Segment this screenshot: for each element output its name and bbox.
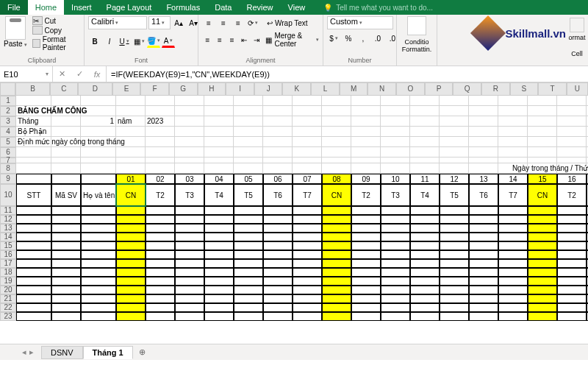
cell-d04-r17[interactable] bbox=[204, 259, 234, 268]
cell-hoten-r20[interactable] bbox=[81, 286, 116, 294]
cell-d12-r16[interactable] bbox=[440, 250, 469, 259]
cell-d15-r17[interactable] bbox=[528, 259, 557, 268]
cell-d07-r17[interactable] bbox=[293, 259, 322, 268]
cell-masv-r12[interactable] bbox=[51, 215, 81, 224]
col-header-F[interactable]: F bbox=[140, 82, 169, 96]
cell-d10-r13[interactable] bbox=[381, 224, 410, 233]
cell-masv-r21[interactable] bbox=[51, 294, 81, 303]
cell[interactable] bbox=[234, 163, 263, 174]
cell-d15-r19[interactable] bbox=[528, 277, 557, 286]
cell[interactable] bbox=[175, 96, 204, 106]
row-header-13[interactable]: 13 bbox=[0, 224, 16, 233]
col-header-R[interactable]: R bbox=[481, 82, 510, 96]
cell-d07-r22[interactable] bbox=[293, 303, 322, 312]
cell-d10-r12[interactable] bbox=[381, 215, 410, 224]
cell-d06-r16[interactable] bbox=[263, 250, 293, 259]
cell[interactable] bbox=[81, 127, 116, 137]
cell-d16-r18[interactable] bbox=[557, 268, 587, 277]
cell-hoten-r16[interactable] bbox=[81, 250, 116, 259]
borders-button[interactable]: ▦ bbox=[132, 35, 146, 48]
font-color-button[interactable]: A bbox=[162, 35, 175, 48]
cell-d08-r21[interactable] bbox=[322, 294, 351, 303]
cell-d12-r19[interactable] bbox=[440, 277, 469, 286]
cell-hoten-r12[interactable] bbox=[81, 215, 116, 224]
cell[interactable] bbox=[293, 96, 322, 106]
cell-d10-r11[interactable] bbox=[381, 206, 410, 215]
day-08[interactable]: 08 bbox=[322, 174, 351, 184]
cell-d12-r11[interactable] bbox=[440, 206, 469, 215]
row-header-18[interactable]: 18 bbox=[0, 268, 16, 277]
label-bo-phan[interactable]: Bộ Phận bbox=[16, 127, 81, 137]
cell[interactable] bbox=[293, 147, 322, 158]
weekday-08[interactable]: CN bbox=[322, 184, 351, 206]
cell[interactable] bbox=[557, 96, 587, 106]
day-09[interactable]: 09 bbox=[351, 174, 381, 184]
row-header-1[interactable]: 1 bbox=[0, 96, 16, 106]
cell-masv-r18[interactable] bbox=[51, 268, 81, 277]
cell-d04-r19[interactable] bbox=[204, 277, 234, 286]
cell[interactable] bbox=[322, 147, 351, 158]
cell[interactable] bbox=[528, 158, 557, 163]
cell[interactable] bbox=[146, 137, 175, 147]
cell-d01-r13[interactable] bbox=[116, 224, 146, 233]
cell[interactable] bbox=[175, 106, 204, 116]
cell-d03-r18[interactable] bbox=[175, 268, 204, 277]
cell-d12-r17[interactable] bbox=[440, 259, 469, 268]
cell-d11-r11[interactable] bbox=[410, 206, 440, 215]
cell[interactable] bbox=[204, 158, 234, 163]
cell-d03-r14[interactable] bbox=[175, 233, 204, 241]
cell[interactable] bbox=[528, 147, 557, 158]
cell[interactable] bbox=[557, 127, 587, 137]
tab-insert[interactable]: Insert bbox=[64, 0, 99, 15]
paste-button[interactable]: Paste bbox=[4, 16, 27, 48]
cell[interactable] bbox=[381, 147, 410, 158]
cell[interactable] bbox=[16, 158, 51, 163]
cell-d08-r11[interactable] bbox=[322, 206, 351, 215]
align-left-button[interactable]: ≡ bbox=[202, 33, 213, 46]
day-06[interactable]: 06 bbox=[263, 174, 293, 184]
col-header-I[interactable]: I bbox=[226, 82, 254, 96]
cell-d12-r13[interactable] bbox=[440, 224, 469, 233]
cell-d06-r20[interactable] bbox=[263, 286, 293, 294]
label-dinh-muc[interactable]: Định mức ngày công trong tháng bbox=[16, 137, 146, 147]
cell[interactable] bbox=[293, 158, 322, 163]
cell-d10-r16[interactable] bbox=[381, 250, 410, 259]
new-sheet-button[interactable]: ⊕ bbox=[133, 346, 151, 358]
cell[interactable] bbox=[322, 137, 351, 147]
cell-d09-r20[interactable] bbox=[351, 286, 381, 294]
title-bang-cham-cong[interactable]: BẢNG CHẤM CÔNG bbox=[16, 106, 116, 116]
cell[interactable] bbox=[116, 127, 146, 137]
row-header-2[interactable]: 2 bbox=[0, 106, 16, 116]
hdr-hoten[interactable]: Họ và tên bbox=[81, 184, 116, 206]
fill-color-button[interactable]: 🪣 bbox=[147, 35, 160, 48]
cell-d06-r12[interactable] bbox=[263, 215, 293, 224]
tab-nav-last[interactable]: ▸ bbox=[29, 347, 34, 357]
row-header-8[interactable]: 8 bbox=[0, 163, 16, 174]
cell-stt-r13[interactable] bbox=[16, 224, 51, 233]
cell[interactable] bbox=[469, 137, 498, 147]
format-painter-button[interactable]: Format Painter bbox=[32, 35, 80, 52]
cell-d11-r15[interactable] bbox=[410, 241, 440, 250]
col-header-C[interactable]: C bbox=[50, 82, 79, 96]
cell-d07-r18[interactable] bbox=[293, 268, 322, 277]
cell-hoten-r11[interactable] bbox=[81, 206, 116, 215]
cell-d05-r13[interactable] bbox=[234, 224, 263, 233]
weekday-13[interactable]: T6 bbox=[469, 184, 498, 206]
cell-d04-r13[interactable] bbox=[204, 224, 234, 233]
cell-d07-r15[interactable] bbox=[293, 241, 322, 250]
cell[interactable] bbox=[322, 96, 351, 106]
copy-button[interactable]: Copy bbox=[32, 26, 80, 35]
cell[interactable] bbox=[440, 96, 469, 106]
percent-button[interactable]: % bbox=[342, 32, 355, 45]
cell[interactable] bbox=[16, 96, 51, 106]
cell-stt-r14[interactable] bbox=[16, 233, 51, 241]
cell-d05-r17[interactable] bbox=[234, 259, 263, 268]
cell[interactable] bbox=[51, 158, 81, 163]
cell-d06-r14[interactable] bbox=[263, 233, 293, 241]
cell[interactable] bbox=[81, 147, 116, 158]
cell-d05-r18[interactable] bbox=[234, 268, 263, 277]
cell-stt-r22[interactable] bbox=[16, 303, 51, 312]
weekday-03[interactable]: T3 bbox=[175, 184, 204, 206]
cell[interactable] bbox=[263, 147, 293, 158]
cell-stt-r16[interactable] bbox=[16, 250, 51, 259]
